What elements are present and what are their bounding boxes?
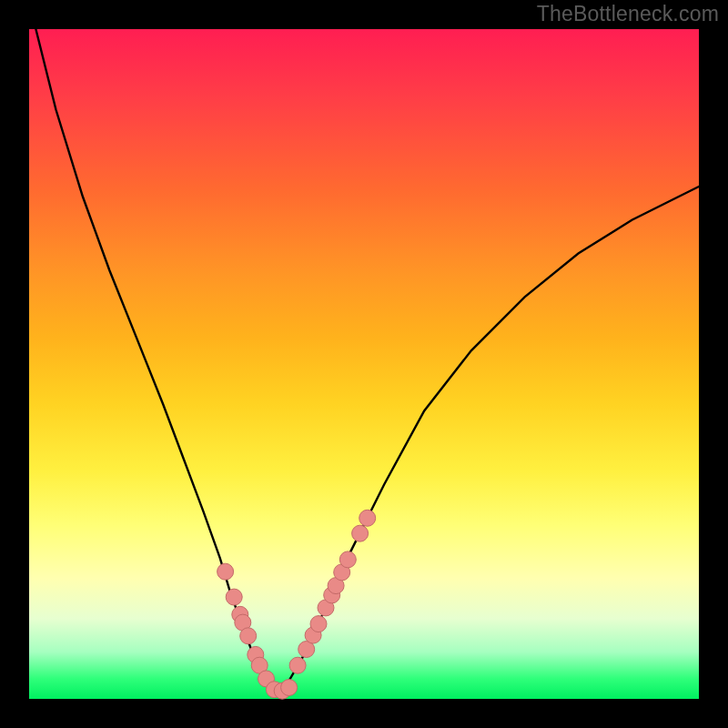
data-point: [289, 657, 306, 673]
data-point: [359, 510, 376, 526]
chart-svg: [29, 29, 699, 699]
data-point: [352, 525, 369, 541]
watermark-label: TheBottleneck.com: [537, 2, 719, 26]
dot-layer: [217, 510, 376, 699]
data-point: [217, 563, 234, 580]
data-point: [240, 628, 257, 644]
data-point: [226, 589, 242, 605]
data-point: [310, 616, 327, 632]
curve-layer: [35, 29, 699, 693]
data-point: [281, 680, 298, 696]
right-curve: [277, 187, 699, 693]
data-point: [339, 551, 356, 568]
